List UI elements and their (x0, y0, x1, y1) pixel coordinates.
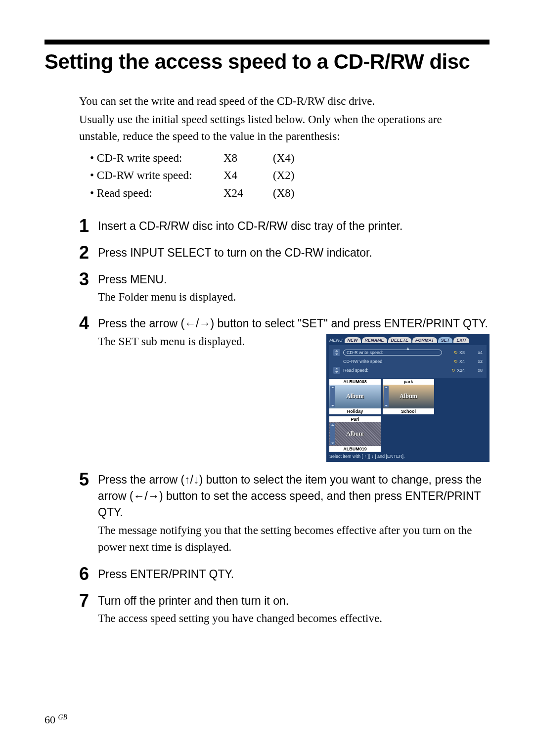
step-heading: Press INPUT SELECT to turn on the CD-RW … (98, 245, 490, 261)
speed-initial: X8 (223, 149, 273, 167)
step-heading: Press the arrow (←/→) button to select "… (98, 315, 490, 332)
setting-value-alt: x8 (465, 368, 483, 373)
setting-row[interactable]: CD-RW write speed: ↻X4 x2 (333, 357, 483, 366)
speed-label: • CD-R write speed: (90, 149, 223, 167)
steps-list: 1 Insert a CD-R/RW disc into CD-R/RW dis… (79, 217, 490, 627)
step-description: The SET sub menu is displayed. (98, 333, 317, 351)
speed-label: • CD-RW write speed: (90, 167, 223, 184)
step-number: 6 (79, 565, 98, 583)
step-heading: Turn off the printer and then turn it on… (98, 593, 490, 609)
cycle-icon: ↻ (454, 359, 458, 364)
page-number-value: 60 (44, 713, 55, 726)
step-1: 1 Insert a CD-R/RW disc into CD-R/RW dis… (79, 217, 490, 235)
setting-value-current: ↻X24 (442, 368, 465, 373)
album-thumbnail: Album (329, 422, 381, 446)
album-overlay-text: Album (346, 430, 363, 438)
intro-block: You can set the write and read speed of … (79, 93, 455, 145)
album-item[interactable]: ALBUM008 Album Holiday (329, 379, 381, 414)
step-description: The message notifying you that the setti… (98, 522, 490, 556)
step-3: 3 Press MENU. The Folder menu is display… (79, 270, 490, 306)
setting-label: Read speed: (343, 368, 442, 373)
step-description: The Folder menu is displayed. (98, 289, 490, 306)
title-rule (44, 40, 490, 44)
help-text: Select item with [ ↑ ][ ↓ ] and [ENTER]. (329, 454, 487, 459)
step-2: 2 Press INPUT SELECT to turn on the CD-R… (79, 244, 490, 262)
speed-defaults-list: • CD-R write speed: X8 (X4) • CD-RW writ… (90, 149, 490, 202)
setting-value-current: ↻X8 (442, 350, 465, 355)
tab-rename[interactable]: RENAME (362, 337, 387, 343)
album-thumbnail: Album (383, 385, 434, 408)
speed-alt: (X4) (273, 149, 312, 167)
page-region: GB (58, 713, 68, 721)
page-number: 60 GB (44, 713, 67, 726)
cycle-icon: ↻ (451, 368, 455, 373)
tab-format[interactable]: FORMAT (412, 337, 437, 343)
speed-row: • Read speed: X24 (X8) (90, 184, 490, 202)
speed-row: • CD-R write speed: X8 (X4) (90, 149, 490, 167)
tab-set[interactable]: SET (438, 337, 453, 343)
album-label: ALBUM019 (329, 446, 381, 452)
speed-alt: (X8) (273, 184, 312, 202)
menu-label: MENU (329, 338, 343, 343)
setting-label: CD-RW write speed: (343, 359, 442, 364)
step-description: The access speed setting you have change… (98, 610, 490, 627)
setting-value-alt: x4 (465, 350, 483, 355)
speed-initial: X4 (223, 167, 273, 184)
tab-exit[interactable]: EXIT (453, 337, 469, 343)
speed-initial: X24 (223, 184, 273, 202)
page-title: Setting the access speed to a CD-R/RW di… (44, 50, 490, 73)
scroll-icon (330, 386, 335, 407)
album-label: Holiday (329, 408, 381, 414)
manual-page: Setting the access speed to a CD-R/RW di… (0, 0, 534, 756)
album-label: School (383, 408, 434, 414)
step-4: 4 Press the arrow (←/→) button to select… (79, 314, 490, 461)
speed-label: • Read speed: (90, 184, 223, 202)
album-thumbnail: Album (329, 385, 381, 408)
album-item[interactable]: park Album School (383, 379, 434, 414)
scroll-icon (384, 386, 389, 407)
updown-icon (333, 367, 340, 374)
tab-new[interactable]: NEW (345, 337, 361, 343)
step-number: 7 (79, 592, 98, 627)
speed-alt: (X2) (273, 167, 312, 184)
intro-p1: You can set the write and read speed of … (79, 93, 455, 110)
step-number: 3 (79, 270, 98, 306)
setting-value-alt: x2 (465, 359, 483, 364)
step-5: 5 Press the arrow (↑/↓) button to select… (79, 471, 490, 556)
embedded-screenshot: MENU NEW RENAME DELETE FORMAT SET EXIT ▲ (326, 334, 490, 462)
setting-value-current: ↻X4 (442, 359, 465, 364)
album-label: Pari (329, 416, 381, 422)
album-grid: ALBUM008 Album Holiday park (329, 379, 487, 452)
step-number: 4 (79, 314, 98, 461)
album-label: park (383, 379, 434, 385)
scroll-icon (330, 423, 335, 445)
album-overlay-text: Album (400, 393, 417, 400)
setting-label: CD-R write speed: (343, 350, 442, 356)
tab-delete[interactable]: DELETE (388, 337, 412, 343)
menu-tab-row: MENU NEW RENAME DELETE FORMAT SET EXIT (329, 337, 487, 343)
album-item[interactable]: Pari Album ALBUM019 (329, 416, 381, 452)
speed-row: • CD-RW write speed: X4 (X2) (90, 167, 490, 184)
step-number: 1 (79, 217, 98, 235)
step-heading: Insert a CD-R/RW disc into CD-R/RW disc … (98, 218, 490, 234)
scroll-up-icon: ▲ (406, 346, 410, 351)
step-7: 7 Turn off the printer and then turn it … (79, 592, 490, 627)
updown-icon (333, 349, 340, 356)
step-number: 2 (79, 244, 98, 262)
step-heading: Press MENU. (98, 271, 490, 288)
step-number: 5 (79, 471, 98, 556)
settings-panel: ▲ CD-R write speed: ↻X8 x4 CD-RW write (329, 345, 487, 378)
step-heading: Press ENTER/PRINT QTY. (98, 566, 490, 582)
step-heading: Press the arrow (↑/↓) button to select t… (98, 472, 490, 521)
album-label: ALBUM008 (329, 379, 381, 385)
step-6: 6 Press ENTER/PRINT QTY. (79, 565, 490, 583)
album-overlay-text: Album (346, 393, 363, 400)
setting-row[interactable]: Read speed: ↻X24 x8 (333, 366, 483, 375)
cycle-icon: ↻ (454, 350, 458, 355)
intro-p2: Usually use the initial speed settings l… (79, 111, 455, 145)
